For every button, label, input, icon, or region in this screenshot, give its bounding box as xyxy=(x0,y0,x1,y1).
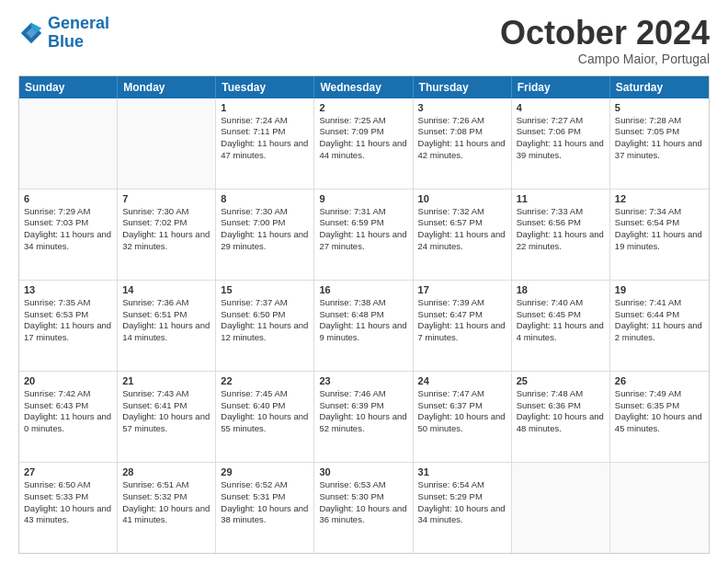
logo-icon xyxy=(18,20,44,46)
calendar-cell: 10Sunrise: 7:32 AM Sunset: 6:57 PM Dayli… xyxy=(414,190,512,280)
calendar-cell: 1Sunrise: 7:24 AM Sunset: 7:11 PM Daylig… xyxy=(216,98,314,189)
header-day-saturday: Saturday xyxy=(610,76,709,98)
calendar-cell: 23Sunrise: 7:46 AM Sunset: 6:39 PM Dayli… xyxy=(314,372,413,462)
calendar-cell: 15Sunrise: 7:37 AM Sunset: 6:50 PM Dayli… xyxy=(216,281,314,371)
cell-day-number: 5 xyxy=(615,102,704,113)
cell-day-number: 16 xyxy=(319,284,407,295)
cell-day-number: 20 xyxy=(24,375,112,386)
logo-line1: General xyxy=(48,14,109,32)
header: General Blue October 2024 Campo Maior, P… xyxy=(18,15,710,66)
calendar-cell: 20Sunrise: 7:42 AM Sunset: 6:43 PM Dayli… xyxy=(19,372,118,462)
calendar: SundayMondayTuesdayWednesdayThursdayFrid… xyxy=(18,75,710,554)
header-day-thursday: Thursday xyxy=(414,76,512,98)
cell-info: Sunrise: 7:42 AM Sunset: 6:43 PM Dayligh… xyxy=(24,388,112,435)
calendar-cell: 11Sunrise: 7:33 AM Sunset: 6:56 PM Dayli… xyxy=(512,190,610,280)
calendar-cell: 25Sunrise: 7:48 AM Sunset: 6:36 PM Dayli… xyxy=(512,372,610,462)
cell-day-number: 25 xyxy=(517,375,605,386)
calendar-cell xyxy=(118,98,216,189)
cell-info: Sunrise: 7:40 AM Sunset: 6:45 PM Dayligh… xyxy=(517,297,605,344)
cell-day-number: 31 xyxy=(418,466,506,477)
header-day-monday: Monday xyxy=(118,76,216,98)
cell-info: Sunrise: 7:30 AM Sunset: 7:02 PM Dayligh… xyxy=(122,206,210,253)
calendar-cell: 29Sunrise: 6:52 AM Sunset: 5:31 PM Dayli… xyxy=(216,463,314,553)
cell-info: Sunrise: 6:51 AM Sunset: 5:32 PM Dayligh… xyxy=(122,479,210,526)
logo: General Blue xyxy=(18,15,109,52)
calendar-cell: 5Sunrise: 7:28 AM Sunset: 7:05 PM Daylig… xyxy=(610,98,709,189)
calendar-cell: 14Sunrise: 7:36 AM Sunset: 6:51 PM Dayli… xyxy=(118,281,216,371)
cell-day-number: 8 xyxy=(221,193,309,204)
calendar-cell: 8Sunrise: 7:30 AM Sunset: 7:00 PM Daylig… xyxy=(216,190,314,280)
cell-day-number: 30 xyxy=(319,466,407,477)
header-day-wednesday: Wednesday xyxy=(314,76,413,98)
calendar-cell xyxy=(19,98,118,189)
calendar-cell: 17Sunrise: 7:39 AM Sunset: 6:47 PM Dayli… xyxy=(414,281,512,371)
cell-info: Sunrise: 7:31 AM Sunset: 6:59 PM Dayligh… xyxy=(319,206,407,253)
cell-day-number: 9 xyxy=(319,193,407,204)
cell-day-number: 13 xyxy=(24,284,112,295)
cell-day-number: 3 xyxy=(418,102,506,113)
cell-info: Sunrise: 7:37 AM Sunset: 6:50 PM Dayligh… xyxy=(221,297,309,344)
calendar-row-5: 27Sunrise: 6:50 AM Sunset: 5:33 PM Dayli… xyxy=(19,462,709,553)
cell-info: Sunrise: 7:26 AM Sunset: 7:08 PM Dayligh… xyxy=(418,115,506,162)
cell-info: Sunrise: 6:53 AM Sunset: 5:30 PM Dayligh… xyxy=(319,479,407,526)
cell-day-number: 18 xyxy=(517,284,605,295)
cell-day-number: 26 xyxy=(615,375,704,386)
cell-info: Sunrise: 7:49 AM Sunset: 6:35 PM Dayligh… xyxy=(615,388,704,435)
cell-info: Sunrise: 7:47 AM Sunset: 6:37 PM Dayligh… xyxy=(418,388,506,435)
cell-info: Sunrise: 7:33 AM Sunset: 6:56 PM Dayligh… xyxy=(517,206,605,253)
cell-day-number: 2 xyxy=(319,102,407,113)
cell-day-number: 10 xyxy=(418,193,506,204)
calendar-cell: 27Sunrise: 6:50 AM Sunset: 5:33 PM Dayli… xyxy=(19,463,118,553)
calendar-cell: 28Sunrise: 6:51 AM Sunset: 5:32 PM Dayli… xyxy=(118,463,216,553)
calendar-cell: 2Sunrise: 7:25 AM Sunset: 7:09 PM Daylig… xyxy=(314,98,413,189)
calendar-cell: 30Sunrise: 6:53 AM Sunset: 5:30 PM Dayli… xyxy=(314,463,413,553)
calendar-row-4: 20Sunrise: 7:42 AM Sunset: 6:43 PM Dayli… xyxy=(19,371,709,462)
calendar-cell: 24Sunrise: 7:47 AM Sunset: 6:37 PM Dayli… xyxy=(414,372,512,462)
calendar-row-3: 13Sunrise: 7:35 AM Sunset: 6:53 PM Dayli… xyxy=(19,280,709,371)
calendar-row-2: 6Sunrise: 7:29 AM Sunset: 7:03 PM Daylig… xyxy=(19,189,709,280)
calendar-cell: 16Sunrise: 7:38 AM Sunset: 6:48 PM Dayli… xyxy=(314,281,413,371)
cell-info: Sunrise: 7:35 AM Sunset: 6:53 PM Dayligh… xyxy=(24,297,112,344)
cell-day-number: 12 xyxy=(615,193,704,204)
cell-info: Sunrise: 7:24 AM Sunset: 7:11 PM Dayligh… xyxy=(221,115,309,162)
logo-line2: Blue xyxy=(48,32,84,51)
calendar-cell: 9Sunrise: 7:31 AM Sunset: 6:59 PM Daylig… xyxy=(314,190,413,280)
cell-day-number: 24 xyxy=(418,375,506,386)
cell-info: Sunrise: 7:41 AM Sunset: 6:44 PM Dayligh… xyxy=(615,297,704,344)
calendar-cell: 12Sunrise: 7:34 AM Sunset: 6:54 PM Dayli… xyxy=(610,190,709,280)
calendar-row-1: 1Sunrise: 7:24 AM Sunset: 7:11 PM Daylig… xyxy=(19,98,709,189)
cell-info: Sunrise: 7:30 AM Sunset: 7:00 PM Dayligh… xyxy=(221,206,309,253)
cell-info: Sunrise: 7:36 AM Sunset: 6:51 PM Dayligh… xyxy=(122,297,210,344)
cell-day-number: 29 xyxy=(221,466,309,477)
cell-day-number: 21 xyxy=(122,375,210,386)
cell-info: Sunrise: 7:29 AM Sunset: 7:03 PM Dayligh… xyxy=(24,206,112,253)
calendar-cell: 21Sunrise: 7:43 AM Sunset: 6:41 PM Dayli… xyxy=(118,372,216,462)
calendar-cell xyxy=(610,463,709,553)
calendar-cell: 22Sunrise: 7:45 AM Sunset: 6:40 PM Dayli… xyxy=(216,372,314,462)
cell-day-number: 15 xyxy=(221,284,309,295)
cell-day-number: 6 xyxy=(24,193,112,204)
cell-day-number: 7 xyxy=(122,193,210,204)
cell-info: Sunrise: 7:34 AM Sunset: 6:54 PM Dayligh… xyxy=(615,206,704,253)
month-title: October 2024 xyxy=(500,15,710,52)
cell-info: Sunrise: 7:32 AM Sunset: 6:57 PM Dayligh… xyxy=(418,206,506,253)
calendar-cell: 18Sunrise: 7:40 AM Sunset: 6:45 PM Dayli… xyxy=(512,281,610,371)
page: General Blue October 2024 Campo Maior, P… xyxy=(0,0,728,563)
calendar-cell: 31Sunrise: 6:54 AM Sunset: 5:29 PM Dayli… xyxy=(414,463,512,553)
title-block: October 2024 Campo Maior, Portugal xyxy=(500,15,710,66)
logo-text: General Blue xyxy=(48,15,109,52)
cell-day-number: 17 xyxy=(418,284,506,295)
cell-day-number: 14 xyxy=(122,284,210,295)
cell-day-number: 23 xyxy=(319,375,407,386)
cell-info: Sunrise: 7:25 AM Sunset: 7:09 PM Dayligh… xyxy=(319,115,407,162)
cell-day-number: 4 xyxy=(517,102,605,113)
cell-day-number: 22 xyxy=(221,375,309,386)
cell-info: Sunrise: 7:28 AM Sunset: 7:05 PM Dayligh… xyxy=(615,115,704,162)
header-day-friday: Friday xyxy=(512,76,610,98)
header-day-sunday: Sunday xyxy=(19,76,118,98)
cell-info: Sunrise: 7:27 AM Sunset: 7:06 PM Dayligh… xyxy=(517,115,605,162)
header-day-tuesday: Tuesday xyxy=(216,76,314,98)
calendar-header: SundayMondayTuesdayWednesdayThursdayFrid… xyxy=(19,76,709,98)
cell-info: Sunrise: 7:38 AM Sunset: 6:48 PM Dayligh… xyxy=(319,297,407,344)
cell-info: Sunrise: 7:46 AM Sunset: 6:39 PM Dayligh… xyxy=(319,388,407,435)
